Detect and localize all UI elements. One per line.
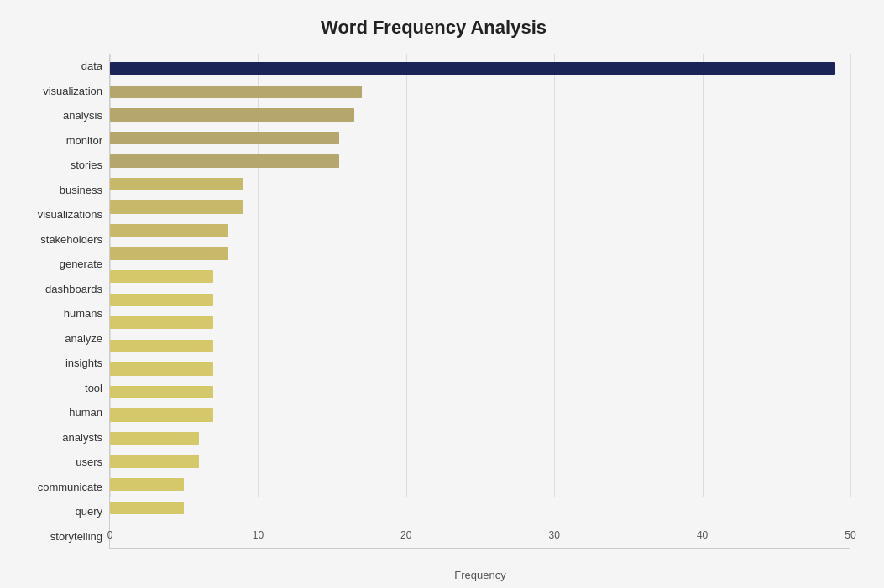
y-label: visualization: [17, 84, 102, 98]
y-label: business: [17, 183, 102, 197]
y-label: dashboards: [17, 282, 102, 296]
y-label: query: [17, 504, 102, 518]
bar-row: [110, 311, 850, 335]
bar: [110, 86, 362, 98]
bar: [110, 224, 228, 237]
bar: [110, 294, 213, 306]
y-label: storytelling: [17, 529, 102, 544]
bar: [110, 247, 228, 259]
y-label: visualizations: [17, 207, 102, 221]
x-axis-title: Frequency: [110, 569, 850, 581]
y-label: human: [17, 405, 102, 419]
grid-line: [850, 54, 851, 497]
bar-row: [110, 149, 850, 173]
bar-row: [110, 357, 850, 381]
bar-row: [110, 427, 850, 450]
y-label: stakeholders: [17, 232, 102, 247]
bar-row: [110, 265, 850, 289]
y-label: analysts: [17, 430, 102, 445]
x-axis-labels: 01020304050: [110, 523, 850, 548]
x-tick-label: 0: [107, 529, 113, 541]
bar-row: [110, 173, 850, 196]
y-label: stories: [17, 158, 102, 172]
bar-row: [110, 103, 850, 127]
x-tick-label: 10: [253, 529, 264, 541]
y-label: monitor: [17, 133, 102, 148]
bars-and-grid: 01020304050 Frequency: [109, 54, 850, 549]
bar-row: [110, 335, 850, 358]
x-tick-label: 50: [845, 529, 855, 541]
y-label: generate: [17, 257, 102, 271]
bar: [110, 132, 339, 144]
bar: [110, 270, 213, 283]
y-label: data: [17, 59, 102, 73]
bar: [110, 340, 213, 352]
bar-row: [110, 496, 850, 519]
bar: [110, 432, 199, 445]
chart-container: Word Frequency Analysis datavisualizatio…: [0, 0, 884, 588]
bar: [110, 478, 184, 491]
y-label: analyze: [17, 331, 102, 346]
bar: [110, 362, 213, 375]
bar: [110, 62, 835, 75]
bars-wrapper: [110, 54, 850, 523]
x-tick-label: 40: [697, 529, 708, 541]
bar: [110, 455, 199, 467]
y-axis-labels: datavisualizationanalysismonitorstoriesb…: [17, 54, 109, 549]
bar-row: [110, 195, 850, 219]
bar-row: [110, 219, 850, 242]
x-tick-label: 30: [549, 529, 560, 541]
y-label: tool: [17, 381, 102, 395]
bar: [110, 200, 243, 213]
bar-row: [110, 288, 850, 311]
bar-row: [110, 57, 850, 81]
bar: [110, 154, 339, 167]
chart-title: Word Frequency Analysis: [17, 17, 850, 39]
y-label: humans: [17, 306, 102, 320]
bar-row: [110, 403, 850, 427]
bar-row: [110, 381, 850, 404]
y-label: communicate: [17, 480, 102, 494]
y-label: users: [17, 455, 102, 469]
y-label: analysis: [17, 108, 102, 122]
bar: [110, 108, 354, 121]
bar: [110, 316, 213, 329]
bar-row: [110, 450, 850, 473]
bar-row: [110, 127, 850, 150]
bar: [110, 408, 213, 421]
y-label: insights: [17, 356, 102, 370]
bar-row: [110, 473, 850, 497]
bar: [110, 502, 184, 514]
chart-area: datavisualizationanalysismonitorstoriesb…: [17, 54, 850, 549]
bar: [110, 386, 213, 398]
bar: [110, 178, 243, 190]
x-tick-label: 20: [400, 529, 411, 541]
bar-row: [110, 242, 850, 265]
bar-row: [110, 81, 850, 104]
